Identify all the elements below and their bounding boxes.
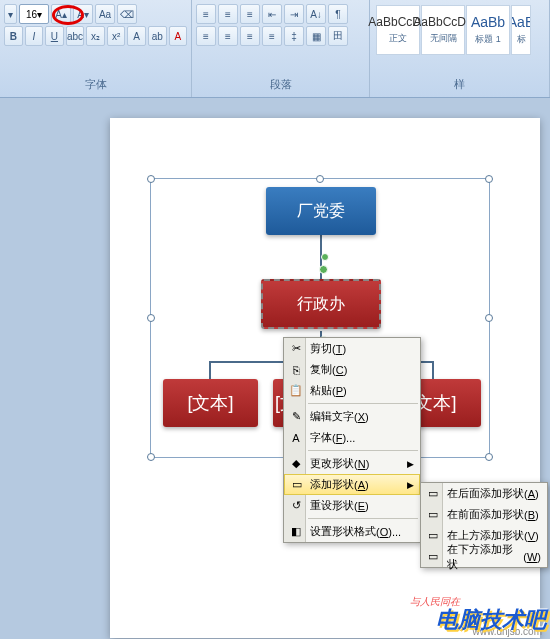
italic-button[interactable]: I — [25, 26, 44, 46]
submenu-arrow-icon: ▶ — [407, 459, 414, 469]
sort-button[interactable]: A↓ — [306, 4, 326, 24]
line-spacing-button[interactable]: ‡ — [284, 26, 304, 46]
align-right-button[interactable]: ≡ — [240, 26, 260, 46]
submenu-add-before[interactable]: ▭在前面添加形状(B) — [421, 504, 547, 525]
ribbon-group-label-styles: 样 — [374, 75, 545, 94]
multilevel-button[interactable]: ≡ — [240, 4, 260, 24]
submenu-arrow-icon: ▶ — [407, 480, 414, 490]
shading-button[interactable]: ▦ — [306, 26, 326, 46]
shape-icon: ▭ — [425, 528, 441, 544]
grow-font-button[interactable]: A▴ — [51, 4, 71, 24]
style-heading1[interactable]: AaBb 标题 1 — [466, 5, 510, 55]
resize-handle[interactable] — [147, 175, 155, 183]
font-size-input[interactable]: 16▾ — [19, 4, 49, 24]
style-heading2[interactable]: AaB 标 — [511, 5, 531, 55]
resize-handle[interactable] — [316, 175, 324, 183]
style-normal[interactable]: AaBbCcDd 正文 — [376, 5, 420, 55]
menu-format-shape[interactable]: ◧设置形状格式(O)... — [284, 521, 420, 542]
resize-handle[interactable] — [485, 453, 493, 461]
submenu-add-shape: ▭在后面添加形状(A) ▭在前面添加形状(B) ▭在上方添加形状(V) ▭在下方… — [420, 482, 548, 568]
indent-left-button[interactable]: ⇤ — [262, 4, 282, 24]
rotate-handle[interactable] — [321, 253, 329, 261]
menu-separator — [308, 450, 418, 451]
bold-button[interactable]: B — [4, 26, 23, 46]
shape-icon: ◆ — [288, 456, 304, 472]
menu-add-shape[interactable]: ▭添加形状(A)▶ — [284, 474, 420, 495]
reset-icon: ↺ — [288, 498, 304, 514]
strike-button[interactable]: abc — [66, 26, 85, 46]
text-effect-button[interactable]: A — [127, 26, 146, 46]
menu-edit-text[interactable]: ✎编辑文字(X) — [284, 406, 420, 427]
align-left-button[interactable]: ≡ — [196, 26, 216, 46]
add-shape-icon: ▭ — [289, 477, 305, 493]
watermark-main: 电脑技术吧 — [436, 605, 546, 635]
ribbon-group-font: ▾ 16▾ A▴ A▾ Aa ⌫ B I U abc x₂ x² A ab A … — [0, 0, 192, 97]
menu-separator — [308, 518, 418, 519]
org-node-selected[interactable]: 行政办 — [261, 279, 381, 329]
menu-cut[interactable]: ✂剪切(T) — [284, 338, 420, 359]
justify-button[interactable]: ≡ — [262, 26, 282, 46]
ribbon-group-label-paragraph: 段落 — [196, 75, 365, 94]
menu-change-shape[interactable]: ◆更改形状(N)▶ — [284, 453, 420, 474]
connector — [209, 361, 211, 379]
cut-icon: ✂ — [288, 341, 304, 357]
edit-icon: ✎ — [288, 409, 304, 425]
ribbon-group-paragraph: ≡ ≡ ≡ ⇤ ⇥ A↓ ¶ ≡ ≡ ≡ ≡ ‡ ▦ 田 段落 — [192, 0, 370, 97]
copy-icon: ⎘ — [288, 362, 304, 378]
menu-font[interactable]: A字体(F)... — [284, 427, 420, 448]
ribbon: ▾ 16▾ A▴ A▾ Aa ⌫ B I U abc x₂ x² A ab A … — [0, 0, 550, 98]
context-menu: ✂剪切(T) ⎘复制(C) 📋粘贴(P) ✎编辑文字(X) A字体(F)... … — [283, 337, 421, 543]
menu-separator — [308, 403, 418, 404]
connector — [432, 361, 434, 379]
underline-button[interactable]: U — [45, 26, 64, 46]
clear-format-button[interactable]: ⌫ — [117, 4, 137, 24]
ribbon-group-label-font: 字体 — [4, 75, 187, 94]
styles-gallery[interactable]: AaBbCcDd 正文 AaBbCcDd 无间隔 AaBb 标题 1 AaB 标 — [374, 3, 545, 57]
shrink-font-button[interactable]: A▾ — [73, 4, 93, 24]
borders-button[interactable]: 田 — [328, 26, 348, 46]
org-node-root[interactable]: 厂党委 — [266, 187, 376, 235]
font-icon: A — [288, 430, 304, 446]
menu-copy[interactable]: ⎘复制(C) — [284, 359, 420, 380]
shape-icon: ▭ — [425, 507, 441, 523]
format-icon: ◧ — [288, 524, 304, 540]
submenu-add-below[interactable]: ▭在下方添加形状(W) — [421, 546, 547, 567]
superscript-button[interactable]: x² — [107, 26, 126, 46]
bullets-button[interactable]: ≡ — [196, 4, 216, 24]
resize-handle[interactable] — [147, 453, 155, 461]
align-center-button[interactable]: ≡ — [218, 26, 238, 46]
shape-icon: ▭ — [425, 549, 441, 565]
highlight-button[interactable]: ab — [148, 26, 167, 46]
resize-handle[interactable] — [147, 314, 155, 322]
change-case-button[interactable]: Aa — [95, 4, 115, 24]
show-marks-button[interactable]: ¶ — [328, 4, 348, 24]
paste-icon: 📋 — [288, 383, 304, 399]
numbering-button[interactable]: ≡ — [218, 4, 238, 24]
indent-right-button[interactable]: ⇥ — [284, 4, 304, 24]
shape-icon: ▭ — [425, 486, 441, 502]
menu-reset-shape[interactable]: ↺重设形状(E) — [284, 495, 420, 516]
font-color-button[interactable]: A — [169, 26, 188, 46]
resize-handle[interactable] — [485, 314, 493, 322]
menu-paste[interactable]: 📋粘贴(P) — [284, 380, 420, 401]
font-combo[interactable]: ▾ — [4, 4, 17, 24]
org-node-placeholder[interactable]: [文本] — [163, 379, 258, 427]
style-nospacing[interactable]: AaBbCcDd 无间隔 — [421, 5, 465, 55]
resize-handle[interactable] — [485, 175, 493, 183]
submenu-add-after[interactable]: ▭在后面添加形状(A) — [421, 483, 547, 504]
ribbon-group-styles: AaBbCcDd 正文 AaBbCcDd 无间隔 AaBb 标题 1 AaB 标… — [370, 0, 550, 97]
subscript-button[interactable]: x₂ — [86, 26, 105, 46]
